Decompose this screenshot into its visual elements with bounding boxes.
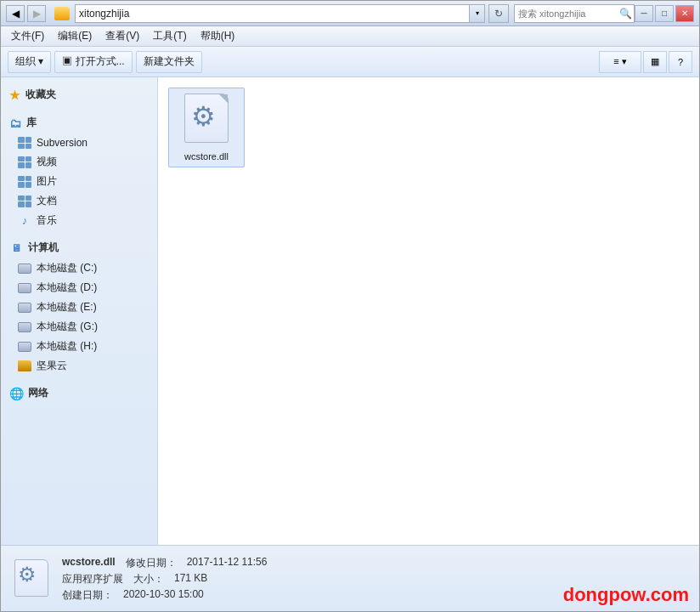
computer-label: 计算机: [28, 241, 59, 255]
organize-button[interactable]: 组织 ▾: [8, 51, 51, 73]
sidebar-item-music[interactable]: ♪ 音乐: [1, 211, 157, 230]
library-label: 库: [26, 116, 37, 130]
search-input[interactable]: [515, 5, 617, 22]
drive-c-label: 本地磁盘 (C:): [37, 261, 97, 275]
menu-bar: 文件(F) 编辑(E) 查看(V) 工具(T) 帮助(H): [1, 26, 699, 47]
view-buttons: ≡ ▾ ▦ ?: [599, 51, 692, 73]
search-icon[interactable]: 🔍: [617, 5, 634, 22]
status-modified-date: 2017-11-12 11:56: [187, 556, 268, 570]
library-icon: 🗂: [9, 116, 21, 130]
organize-label: 组织 ▾: [15, 54, 43, 69]
network-icon: 🌐: [9, 388, 23, 400]
new-folder-label: 新建文件夹: [144, 54, 195, 69]
status-created-label: 创建日期：: [62, 588, 113, 603]
status-filename: wcstore.dll: [62, 556, 116, 570]
toolbar: 组织 ▾ ▣ 打开方式... 新建文件夹 ≡ ▾ ▦ ?: [1, 47, 699, 77]
documents-icon: [18, 195, 31, 208]
drive-h-label: 本地磁盘 (H:): [37, 339, 97, 354]
computer-icon: 🖥: [9, 242, 23, 254]
main-content: ★ 收藏夹 🗂 库 Subversion 视频: [1, 77, 699, 545]
dll-file-icon: ⚙: [179, 94, 234, 148]
address-dropdown[interactable]: ▾: [470, 4, 485, 23]
library-header: 🗂 库: [1, 112, 157, 133]
drive-g-icon: [18, 320, 31, 334]
sidebar-item-video[interactable]: 视频: [1, 152, 157, 172]
file-grid: ⚙ wcstore.dll: [168, 88, 689, 167]
help-button[interactable]: ?: [669, 51, 692, 73]
sidebar-item-jgcloud[interactable]: 坚果云: [1, 356, 157, 376]
status-size-label: 大小：: [133, 572, 164, 586]
close-button[interactable]: ✕: [675, 5, 694, 22]
open-as-button[interactable]: ▣ 打开方式...: [54, 51, 132, 73]
documents-label: 文档: [37, 194, 57, 208]
menu-file[interactable]: 文件(F): [4, 27, 51, 45]
drive-g-label: 本地磁盘 (G:): [37, 320, 98, 334]
pane-button[interactable]: ▦: [643, 51, 667, 73]
star-icon: ★: [9, 88, 20, 102]
drive-c-icon: [18, 262, 31, 275]
computer-section: 🖥 计算机 本地磁盘 (C:) 本地磁盘 (D:) 本地磁盘 (E:) 本地磁盘…: [1, 237, 157, 376]
favorites-section: ★ 收藏夹: [1, 84, 157, 105]
menu-help[interactable]: 帮助(H): [194, 27, 242, 45]
sidebar-item-pictures[interactable]: 图片: [1, 172, 157, 191]
network-label: 网络: [28, 386, 48, 400]
menu-tools[interactable]: 工具(T): [146, 27, 193, 45]
address-bar: ▾ ↻: [75, 4, 509, 23]
back-button[interactable]: ◀: [6, 5, 25, 22]
drive-d-label: 本地磁盘 (D:): [37, 280, 97, 295]
jgcloud-icon: [18, 360, 31, 373]
new-folder-button[interactable]: 新建文件夹: [136, 51, 202, 73]
minimize-button[interactable]: ─: [635, 5, 653, 22]
status-size-value: 171 KB: [174, 572, 207, 586]
sidebar-item-documents[interactable]: 文档: [1, 191, 157, 211]
network-section: 🌐 网络: [1, 382, 157, 404]
favorites-label: 收藏夹: [25, 88, 56, 102]
gears-icon: ⚙: [191, 100, 216, 133]
file-name: wcstore.dll: [184, 151, 229, 162]
drive-e-label: 本地磁盘 (E:): [37, 300, 97, 314]
status-bar: ⚙ wcstore.dll 修改日期： 2017-11-12 11:56 应用程…: [1, 545, 699, 612]
sidebar-item-drive-d[interactable]: 本地磁盘 (D:): [1, 278, 157, 298]
computer-header: 🖥 计算机: [1, 237, 157, 258]
video-label: 视频: [37, 155, 57, 169]
drive-e-icon: [18, 301, 31, 314]
drive-h-icon: [18, 340, 31, 354]
music-label: 音乐: [37, 213, 57, 228]
open-as-label: ▣ 打开方式...: [62, 54, 124, 69]
menu-view[interactable]: 查看(V): [99, 27, 146, 45]
drive-d-icon: [18, 281, 31, 295]
sidebar-item-drive-g[interactable]: 本地磁盘 (G:): [1, 317, 157, 337]
maximize-button[interactable]: □: [655, 5, 674, 22]
status-file-icon: ⚙: [11, 559, 52, 600]
file-item-wcstore[interactable]: ⚙ wcstore.dll: [168, 88, 245, 167]
pictures-icon: [18, 175, 31, 189]
subversion-label: Subversion: [37, 137, 88, 149]
network-header: 🌐 网络: [1, 382, 157, 404]
watermark: dongpow.com: [563, 584, 689, 606]
status-created-date: 2020-10-30 15:00: [123, 588, 204, 603]
sidebar: ★ 收藏夹 🗂 库 Subversion 视频: [1, 77, 158, 545]
refresh-button[interactable]: ↻: [488, 4, 509, 23]
view-toggle-button[interactable]: ≡ ▾: [599, 51, 641, 73]
forward-button[interactable]: ▶: [27, 5, 46, 22]
sidebar-item-subversion[interactable]: Subversion: [1, 133, 157, 152]
status-type-label: 应用程序扩展: [62, 572, 123, 586]
sidebar-item-drive-e[interactable]: 本地磁盘 (E:): [1, 298, 157, 317]
music-icon: ♪: [18, 214, 31, 228]
jgcloud-label: 坚果云: [37, 359, 67, 373]
pictures-label: 图片: [37, 174, 57, 189]
search-bar: 🔍: [514, 4, 635, 23]
status-row-1: wcstore.dll 修改日期： 2017-11-12 11:56: [62, 556, 689, 570]
video-icon: [18, 156, 31, 169]
file-area[interactable]: ⚙ wcstore.dll: [158, 77, 699, 545]
sidebar-item-drive-h[interactable]: 本地磁盘 (H:): [1, 337, 157, 356]
address-input[interactable]: [75, 4, 470, 23]
status-modified-label: 修改日期：: [126, 556, 177, 570]
title-bar: ◀ ▶ ▾ ↻ 🔍 ─ □ ✕: [1, 1, 699, 26]
folder-icon: [54, 7, 70, 20]
subversion-icon: [18, 136, 31, 150]
window-controls: ─ □ ✕: [635, 5, 694, 22]
title-bar-left: ◀ ▶: [6, 5, 70, 22]
sidebar-item-drive-c[interactable]: 本地磁盘 (C:): [1, 258, 157, 278]
menu-edit[interactable]: 编辑(E): [51, 27, 99, 45]
